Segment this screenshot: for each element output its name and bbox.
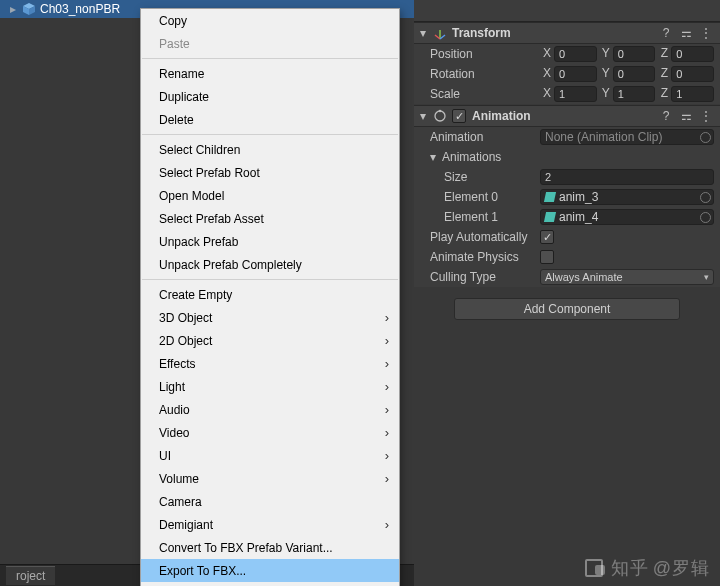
animation-element-row: Element 0anim_3 bbox=[414, 187, 720, 207]
chevron-right-icon: ▸ bbox=[10, 2, 20, 16]
animation-title: Animation bbox=[472, 109, 654, 123]
animate-physics-checkbox[interactable] bbox=[540, 250, 554, 264]
transform-header[interactable]: ▾ Transform ? ⚎ ⋮ bbox=[414, 22, 720, 44]
animation-icon bbox=[432, 108, 448, 124]
object-picker-icon[interactable] bbox=[700, 212, 711, 223]
animation-header[interactable]: ▾ ✓ Animation ? ⚎ ⋮ bbox=[414, 105, 720, 127]
axis-x-label: X bbox=[540, 66, 552, 82]
help-icon[interactable]: ? bbox=[658, 109, 674, 123]
prop-label: Rotation bbox=[430, 67, 540, 81]
context-menu-item[interactable]: Effects bbox=[141, 352, 399, 375]
kebab-menu-icon[interactable]: ⋮ bbox=[698, 109, 714, 123]
rotation-z-input[interactable]: 0 bbox=[671, 66, 714, 82]
element-clip-field[interactable]: anim_4 bbox=[540, 209, 714, 225]
axis-y-label: Y bbox=[599, 86, 611, 102]
culling-type-label: Culling Type bbox=[430, 270, 540, 284]
context-menu-item[interactable]: 3D Object bbox=[141, 306, 399, 329]
object-picker-icon[interactable] bbox=[700, 192, 711, 203]
axis-y-label: Y bbox=[599, 46, 611, 62]
play-automatically-row: Play Automatically ✓ bbox=[414, 227, 720, 247]
context-menu-item: Export Selected Timeline Clip... bbox=[141, 582, 399, 586]
context-menu-item[interactable]: Video bbox=[141, 421, 399, 444]
axis-z-label: Z bbox=[657, 46, 669, 62]
context-menu-separator bbox=[142, 58, 398, 59]
rotation-x-input[interactable]: 0 bbox=[554, 66, 597, 82]
context-menu-item[interactable]: UI bbox=[141, 444, 399, 467]
context-menu-item[interactable]: Unpack Prefab Completely bbox=[141, 253, 399, 276]
context-menu-item[interactable]: Light bbox=[141, 375, 399, 398]
inspector-header bbox=[414, 0, 720, 22]
hierarchy-item-label: Ch03_nonPBR bbox=[40, 2, 120, 16]
position-z-input[interactable]: 0 bbox=[671, 46, 714, 62]
transform-title: Transform bbox=[452, 26, 654, 40]
animations-list-header[interactable]: ▾ Animations bbox=[414, 147, 720, 167]
context-menu-item[interactable]: Unpack Prefab bbox=[141, 230, 399, 253]
prop-label: Position bbox=[430, 47, 540, 61]
animation-enable-checkbox[interactable]: ✓ bbox=[452, 109, 466, 123]
transform-position-row: PositionX0Y0Z0 bbox=[414, 44, 720, 64]
animations-size-input[interactable]: 2 bbox=[540, 169, 714, 185]
animations-size-label: Size bbox=[444, 170, 540, 184]
prefab-cube-icon bbox=[22, 2, 36, 16]
axis-z-label: Z bbox=[657, 66, 669, 82]
context-menu-item[interactable]: Volume bbox=[141, 467, 399, 490]
chevron-down-icon: ▾ bbox=[430, 150, 442, 164]
animate-physics-label: Animate Physics bbox=[430, 250, 540, 264]
context-menu-item[interactable]: Select Prefab Root bbox=[141, 161, 399, 184]
kebab-menu-icon[interactable]: ⋮ bbox=[698, 26, 714, 40]
project-tab-label: roject bbox=[6, 566, 55, 585]
scale-y-input[interactable]: 1 bbox=[613, 86, 656, 102]
context-menu-item[interactable]: Duplicate bbox=[141, 85, 399, 108]
animation-clip-label: Animation bbox=[430, 130, 540, 144]
help-icon[interactable]: ? bbox=[658, 26, 674, 40]
chevron-down-icon: ▾ bbox=[420, 26, 432, 40]
preset-icon[interactable]: ⚎ bbox=[678, 26, 694, 40]
context-menu-item[interactable]: Select Children bbox=[141, 138, 399, 161]
element-clip-field[interactable]: anim_3 bbox=[540, 189, 714, 205]
culling-type-dropdown[interactable]: Always Animate bbox=[540, 269, 714, 285]
animation-clip-icon bbox=[544, 212, 556, 222]
context-menu-item[interactable]: Select Prefab Asset bbox=[141, 207, 399, 230]
context-menu-item[interactable]: Create Empty bbox=[141, 283, 399, 306]
context-menu-item[interactable]: Demigiant bbox=[141, 513, 399, 536]
transform-icon bbox=[432, 25, 448, 41]
context-menu-item[interactable]: Audio bbox=[141, 398, 399, 421]
animation-element-row: Element 1anim_4 bbox=[414, 207, 720, 227]
animate-physics-row: Animate Physics bbox=[414, 247, 720, 267]
rotation-y-input[interactable]: 0 bbox=[613, 66, 656, 82]
context-menu-item[interactable]: Convert To FBX Prefab Variant... bbox=[141, 536, 399, 559]
animation-clip-field[interactable]: None (Animation Clip) bbox=[540, 129, 714, 145]
position-x-input[interactable]: 0 bbox=[554, 46, 597, 62]
scale-z-input[interactable]: 1 bbox=[671, 86, 714, 102]
object-picker-icon[interactable] bbox=[700, 132, 711, 143]
play-automatically-checkbox[interactable]: ✓ bbox=[540, 230, 554, 244]
axis-y-label: Y bbox=[599, 66, 611, 82]
transform-rotation-row: RotationX0Y0Z0 bbox=[414, 64, 720, 84]
context-menu-separator bbox=[142, 134, 398, 135]
svg-point-6 bbox=[435, 111, 445, 121]
culling-type-row: Culling Type Always Animate bbox=[414, 267, 720, 287]
axis-x-label: X bbox=[540, 86, 552, 102]
context-menu-separator bbox=[142, 279, 398, 280]
animation-component: ▾ ✓ Animation ? ⚎ ⋮ Animation None (Anim… bbox=[414, 105, 720, 287]
context-menu-item[interactable]: Delete bbox=[141, 108, 399, 131]
scale-x-input[interactable]: 1 bbox=[554, 86, 597, 102]
prop-label: Scale bbox=[430, 87, 540, 101]
context-menu: CopyPasteRenameDuplicateDeleteSelect Chi… bbox=[140, 8, 400, 586]
context-menu-item[interactable]: Copy bbox=[141, 9, 399, 32]
context-menu-item[interactable]: Rename bbox=[141, 62, 399, 85]
context-menu-item[interactable]: 2D Object bbox=[141, 329, 399, 352]
watermark: 知乎 @罗辑 bbox=[585, 556, 710, 580]
preset-icon[interactable]: ⚎ bbox=[678, 109, 694, 123]
zhihu-logo-icon bbox=[585, 557, 607, 579]
animation-clip-row: Animation None (Animation Clip) bbox=[414, 127, 720, 147]
context-menu-item: Paste bbox=[141, 32, 399, 55]
chevron-down-icon: ▾ bbox=[420, 109, 432, 123]
position-y-input[interactable]: 0 bbox=[613, 46, 656, 62]
context-menu-item[interactable]: Open Model bbox=[141, 184, 399, 207]
context-menu-item[interactable]: Export To FBX... bbox=[141, 559, 399, 582]
context-menu-item[interactable]: Camera bbox=[141, 490, 399, 513]
add-component-button[interactable]: Add Component bbox=[454, 298, 680, 320]
transform-scale-row: ScaleX1Y1Z1 bbox=[414, 84, 720, 104]
svg-point-7 bbox=[439, 110, 442, 113]
